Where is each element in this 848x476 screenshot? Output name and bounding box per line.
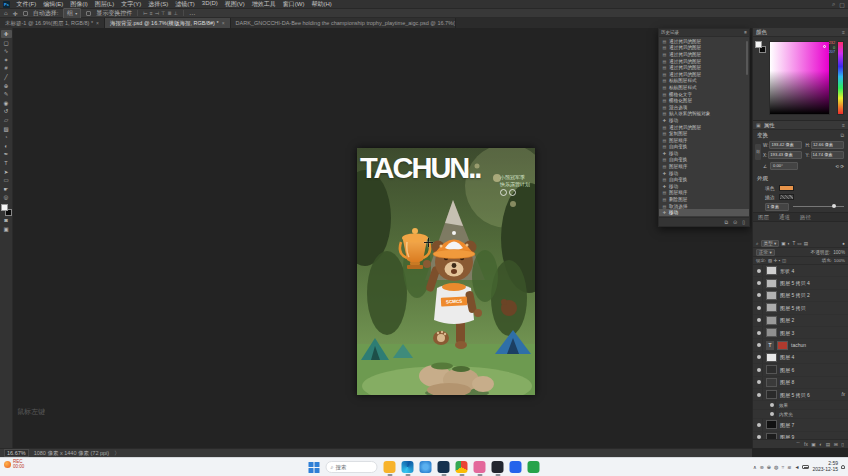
layers-footer-button[interactable]: ▤ (826, 442, 831, 447)
menu-item[interactable]: 窗口(W) (279, 0, 308, 9)
layer-row[interactable]: T 效果 fx (753, 401, 848, 410)
layer-row[interactable]: T 图层 2 fx (753, 315, 848, 327)
y-field[interactable]: 14.74 像素 (811, 151, 844, 159)
fill-value[interactable]: 100% (834, 258, 845, 263)
menu-item[interactable]: 视图(V) (221, 0, 248, 9)
tool-button[interactable]: ➤ (1, 168, 12, 176)
history-state-row[interactable]: ▤ 贴入嵌套的智能对象 (659, 111, 749, 118)
filter-toggle-icon[interactable]: ● (842, 241, 845, 246)
height-field[interactable]: 12.66 像素 (811, 141, 844, 149)
layer-row[interactable]: T 图层 8 fx (753, 377, 848, 389)
tool-button[interactable]: ◐ (1, 142, 12, 150)
tool-button[interactable]: ✶ (1, 56, 12, 64)
history-state-row[interactable]: ▤ 通过拷贝的图层 (659, 64, 749, 71)
history-state-row[interactable]: ✚ 移动 (659, 170, 749, 177)
layer-visibility-toggle[interactable] (756, 419, 763, 430)
taskbar-app-icon[interactable] (384, 461, 396, 473)
taskbar-search[interactable]: ⌕ 搜索 (326, 461, 378, 473)
layers-footer-button[interactable]: ◐ (819, 442, 822, 447)
battery-icon[interactable] (802, 465, 809, 469)
history-footer-button[interactable]: ▯ (742, 219, 745, 225)
tool-button[interactable]: ✎ (1, 90, 12, 98)
align-icon[interactable]: ⊣ (155, 10, 159, 16)
home-icon[interactable]: ⌂ (4, 10, 8, 16)
taskbar-app-icon[interactable] (420, 461, 432, 473)
zoom-level-field[interactable]: 16.67% (4, 449, 29, 457)
tool-button[interactable]: ☛ (1, 185, 12, 193)
tray-icon[interactable]: ∧ (753, 464, 757, 471)
taskbar-app-icon[interactable] (456, 461, 468, 473)
history-state-row[interactable]: ▤ 自由变换 (659, 157, 749, 164)
tool-button[interactable]: ∿ (1, 47, 12, 55)
rotate-flip-icons[interactable]: ⟲ ⟳ (835, 164, 844, 169)
quick-mask-button[interactable]: ◙ (1, 216, 12, 224)
layer-visibility-toggle[interactable] (756, 352, 763, 363)
layer-visibility-toggle[interactable] (756, 339, 763, 350)
tool-button[interactable]: ⊕ (1, 82, 12, 90)
history-state-row[interactable]: ✚ 移动 (659, 209, 749, 216)
history-state-row[interactable]: ▤ 粘贴图层样式 (659, 78, 749, 85)
history-state-row[interactable]: ▤ 图层顺序 (659, 163, 749, 170)
layers-footer-button[interactable]: ⌒ (796, 441, 801, 447)
tool-button[interactable]: ▱ (1, 116, 12, 124)
layer-row[interactable]: T 图层 5 拷贝 2 fx (753, 290, 848, 302)
layer-visibility-toggle[interactable] (756, 377, 763, 388)
layer-visibility-toggle[interactable] (769, 401, 776, 409)
link-dimensions-icon[interactable]: ⧉ (840, 132, 844, 139)
blend-mode-dropdown[interactable]: 正常 ▾ (756, 249, 775, 256)
taskbar-clock[interactable]: 2:59 2023-12-15 (812, 461, 838, 473)
history-state-row[interactable]: ▤ 复制图层 (659, 130, 749, 137)
hue-slider[interactable] (837, 41, 844, 115)
layer-filter-icon[interactable]: ▤ (804, 241, 808, 246)
taskbar-app-icon[interactable] (402, 461, 414, 473)
layer-filter-icon[interactable]: ▭ (797, 241, 801, 246)
align-icon[interactable]: ⊢ (143, 10, 147, 16)
panel-color-swatches[interactable] (755, 41, 766, 53)
align-icon[interactable]: ⊥ (174, 10, 178, 16)
notification-icon[interactable] (841, 465, 845, 469)
history-state-row[interactable]: ▤ 自由变换 (659, 144, 749, 151)
status-arrow-icon[interactable]: 〉 (114, 450, 120, 457)
tool-button[interactable]: ✛ (1, 30, 12, 38)
layer-visibility-toggle[interactable] (756, 290, 763, 301)
layers-footer-button[interactable]: ▯ (841, 442, 844, 447)
menu-item[interactable]: 选择(S) (145, 0, 172, 9)
layer-visibility-toggle[interactable] (769, 410, 776, 418)
panel-menu-icon[interactable]: ≡ (842, 122, 845, 128)
screen-recorder-widget[interactable]: REC 00:00 (4, 460, 24, 470)
history-state-row[interactable]: ▤ 通过拷贝的图层 (659, 45, 749, 52)
tool-button[interactable]: ▭ (1, 176, 12, 184)
menu-item[interactable]: 文件(F) (13, 0, 40, 9)
canvas-area[interactable]: TACHUN.. 小熊冠军季 快乐露营计划 SCMCS 鼠标左键 (13, 28, 752, 448)
tool-button[interactable]: ╱ (1, 73, 12, 81)
stroke-width-field[interactable]: 1 像素 (765, 203, 789, 211)
menubar-right-icon[interactable]: ▢ (839, 1, 845, 8)
align-icon[interactable]: ≡ (150, 10, 153, 16)
width-field[interactable]: 193.42 像素 (769, 141, 801, 149)
history-state-row[interactable]: ▤ 栅格化文字 (659, 91, 749, 98)
layer-row[interactable]: T 图层 9 fx (753, 432, 848, 439)
layer-filter-dropdown[interactable]: 类型 ▾ (761, 240, 780, 248)
menu-item[interactable]: 图层(L) (91, 0, 117, 9)
constrain-proportions-icon[interactable]: ⛓ (755, 144, 761, 160)
layer-visibility-toggle[interactable] (756, 302, 763, 313)
history-state-row[interactable]: ▤ 删除图层 (659, 196, 749, 203)
history-state-row[interactable]: ▤ 取消选择 (659, 203, 749, 210)
color-panel-tab[interactable]: 颜色 (756, 29, 767, 36)
layer-filter-icon[interactable]: ▣ (781, 241, 785, 246)
panel-group-tab[interactable]: 路径 (795, 213, 816, 221)
lock-icon[interactable]: ▪ (779, 258, 781, 263)
layer-row[interactable]: T 形状 4 fx (753, 265, 848, 277)
tray-icon[interactable]: ⌗ (781, 464, 784, 471)
auto-select-checkbox[interactable] (23, 11, 28, 16)
layer-visibility-toggle[interactable] (756, 327, 763, 338)
layer-row[interactable]: T 图层 5 拷贝 6 fx (753, 389, 848, 401)
layer-filter-icon[interactable]: T (792, 241, 795, 246)
layer-visibility-toggle[interactable] (756, 364, 763, 375)
color-swatches[interactable] (1, 204, 12, 216)
tool-button[interactable]: ◎ (1, 193, 12, 201)
panel-menu-icon[interactable]: ≡ (842, 29, 845, 35)
align-icon[interactable]: ≣ (167, 10, 171, 16)
lock-icon[interactable]: ◫ (782, 258, 786, 263)
history-scrollbar[interactable] (746, 41, 748, 75)
